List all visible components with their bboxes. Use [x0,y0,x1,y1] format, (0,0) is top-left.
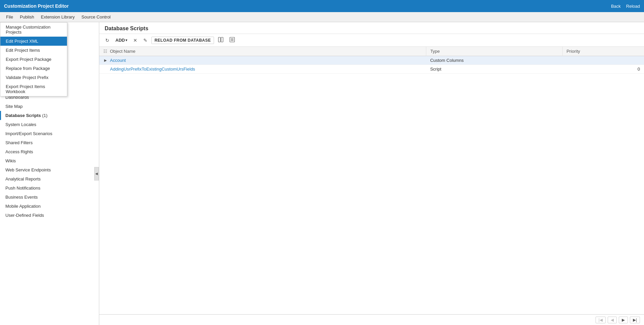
content-title: Database Scripts [105,26,639,32]
dropdown-menu: Manage Customization Projects Edit Proje… [0,22,67,96]
edit-button[interactable]: ✎ [141,37,149,44]
cell-type: Custom Columns [426,56,562,65]
last-page-button[interactable]: ▶| [630,317,640,323]
app-title: Customization Project Editor [4,3,69,9]
column-header-type[interactable]: Type [426,47,562,56]
title-actions: Back Reload [611,4,640,9]
dropdown-item-replace-from-package[interactable]: Replace from Package [0,64,67,73]
sidebar-item-push-notifications[interactable]: Push Notifications [0,184,99,193]
sidebar-item-business-events[interactable]: Business Events [0,193,99,202]
cell-priority: 0 [562,65,644,74]
menu-file[interactable]: File [3,13,16,21]
object-name-link[interactable]: Account [110,58,126,63]
svg-rect-1 [221,37,223,42]
svg-rect-0 [218,37,220,42]
object-name-link[interactable]: AddingUsrPrefixToExistingCustomUrsFields [110,67,195,72]
reload-link[interactable]: Reload [626,4,640,9]
content-area: Database Scripts ↻ ADD ▾ ✕ ✎ RELOAD FROM… [99,22,644,325]
add-button[interactable]: ADD ▾ [113,37,129,44]
fit-columns-icon [218,37,223,43]
table-row: AddingUsrPrefixToExistingCustomUrsFields… [99,65,644,74]
sidebar-item-wikis[interactable]: Wikis [0,156,99,165]
dropdown-item-edit-project-items[interactable]: Edit Project Items [0,46,67,55]
sidebar-item-site-map[interactable]: Site Map [0,102,99,111]
add-dropdown-icon: ▾ [126,38,127,42]
table-row: ► Account Custom Columns [99,56,644,65]
data-table: ☷ Object Name Type Priority ► Account [99,47,644,74]
delete-icon: ✕ [133,38,137,43]
column-group-icon: ☷ [103,49,107,54]
reload-from-db-label: RELOAD FROM DATABASE [154,38,211,43]
content-footer: |◀ ◀ ▶ ▶| [99,314,644,325]
table-header-row: ☷ Object Name Type Priority [99,47,644,56]
dropdown-item-export-project-items-workbook[interactable]: Export Project Items Workbook [0,82,67,96]
sidebar-item-web-service-endpoints[interactable]: Web Service Endpoints [0,165,99,174]
export-button[interactable] [227,36,237,44]
table-body: ► Account Custom Columns AddingUsrPrefix… [99,56,644,74]
sidebar-item-database-scripts[interactable]: Database Scripts (1) [0,111,99,120]
title-bar: Customization Project Editor Back Reload [0,0,644,12]
dropdown-item-edit-project-xml[interactable]: Edit Project XML [0,37,67,46]
refresh-icon: ↻ [105,38,109,43]
sidebar-item-analytical-reports[interactable]: Analytical Reports [0,174,99,184]
table-wrapper: ☷ Object Name Type Priority ► Account [99,47,644,314]
cell-type: Script [426,65,562,74]
cell-priority [562,56,644,65]
sidebar-item-access-rights[interactable]: Access Rights [0,147,99,156]
column-header-object-name[interactable]: ☷ Object Name [99,47,426,56]
sidebar-item-user-defined-fields[interactable]: User-Defined Fields [0,211,99,220]
content-header: Database Scripts [99,22,644,34]
dropdown-item-export-project-package[interactable]: Export Project Package [0,55,67,64]
add-label: ADD [115,38,125,43]
main-layout: Manage Customization Projects Edit Proje… [0,22,644,325]
sidebar-toggle-button[interactable]: ◀ [94,167,99,180]
dropdown-item-manage-customization-projects[interactable]: Manage Customization Projects [0,23,67,37]
cell-object-name: AddingUsrPrefixToExistingCustomUrsFields [99,65,426,74]
edit-icon: ✎ [143,38,147,43]
sidebar-item-mobile-application[interactable]: Mobile Application [0,202,99,211]
column-header-priority[interactable]: Priority [562,47,644,56]
refresh-button[interactable]: ↻ [103,37,111,44]
toolbar: ↻ ADD ▾ ✕ ✎ RELOAD FROM DATABASE [99,34,644,47]
dropdown-item-validate-project-prefix[interactable]: Validate Project Prefix [0,73,67,82]
cell-object-name: ► Account [99,56,426,65]
menu-bar: File Publish Extension Library Source Co… [0,12,644,22]
prev-page-button[interactable]: ◀ [608,317,617,323]
fit-columns-button[interactable] [216,36,225,44]
menu-extension-library[interactable]: Extension Library [38,13,78,21]
export-icon [229,37,235,43]
sidebar-item-import-export-scenarios[interactable]: Import/Export Scenarios [0,129,99,138]
sidebar-item-system-locales[interactable]: System Locales [0,120,99,129]
sidebar-item-shared-filters[interactable]: Shared Filters [0,138,99,147]
menu-source-control[interactable]: Source Control [78,13,114,21]
menu-publish[interactable]: Publish [16,13,38,21]
first-page-button[interactable]: |◀ [596,317,606,323]
reload-from-db-button[interactable]: RELOAD FROM DATABASE [151,37,214,44]
back-link[interactable]: Back [611,4,621,9]
delete-button[interactable]: ✕ [131,37,139,44]
sidebar-nav: Dashboards Site Map Database Scripts (1)… [0,93,99,220]
next-page-button[interactable]: ▶ [619,317,628,323]
expand-icon[interactable]: ► [103,58,108,63]
sidebar: Manage Customization Projects Edit Proje… [0,22,99,325]
